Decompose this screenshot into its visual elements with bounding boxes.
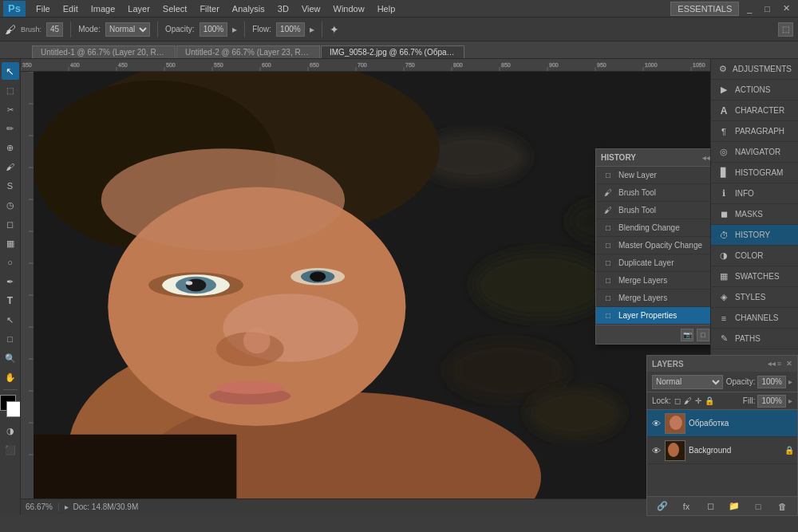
layer-eye-obrabotka[interactable]: 👁 <box>650 418 662 429</box>
panel-channels[interactable]: ≡ CHANNELS <box>711 308 798 329</box>
opacity-value[interactable]: 100% <box>200 22 228 37</box>
layers-opacity-value[interactable]: 100% <box>757 376 786 388</box>
workspace-switcher[interactable]: ESSENTIALS <box>670 2 739 16</box>
history-new-snapshot-btn[interactable]: 📷 <box>681 329 693 341</box>
history-item-opacity[interactable]: □ Master Opacity Change <box>596 237 710 254</box>
maximize-btn[interactable]: □ <box>760 2 775 15</box>
pen-tool[interactable]: ✒ <box>2 273 19 290</box>
color-swatches[interactable] <box>0 395 21 417</box>
eyedropper-tool[interactable]: ✏ <box>2 120 19 137</box>
tablet-pressure-btn[interactable]: ⬚ <box>778 22 793 37</box>
panel-masks[interactable]: ◼ MASKS <box>711 204 798 225</box>
new-group-btn[interactable]: 📁 <box>728 500 741 513</box>
blend-mode-select[interactable]: Normal Multiply Screen <box>105 22 150 37</box>
minimize-btn[interactable]: _ <box>742 2 757 15</box>
lock-all-btn[interactable]: 🔒 <box>705 396 714 405</box>
zoom-tool[interactable]: 🔍 <box>2 349 19 367</box>
menu-select[interactable]: Select <box>157 2 193 15</box>
new-layer-btn[interactable]: □ <box>752 500 764 513</box>
layer-row-background[interactable]: 👁 Background 🔒 <box>647 437 797 464</box>
background-color[interactable] <box>6 401 21 417</box>
gradient-tool[interactable]: ▦ <box>2 234 19 252</box>
lock-transparent-btn[interactable]: ◻ <box>674 396 681 405</box>
menu-window[interactable]: Window <box>328 2 370 15</box>
history-item-label: New Layer <box>618 171 657 179</box>
move-tool[interactable]: ↖ <box>2 62 19 80</box>
layers-lock-label: Lock: <box>652 396 671 405</box>
link-layers-btn[interactable]: 🔗 <box>656 500 669 513</box>
panel-histogram[interactable]: ▊ HISTOGRAM <box>711 163 798 183</box>
layers-menu-icon[interactable]: ≡ <box>777 360 781 368</box>
layers-collapse-icon[interactable]: ◂◂ <box>768 360 776 368</box>
tab-untitled2[interactable]: Untitled-2 @ 66.7% (Layer 23, RGB/8) ✕ <box>176 45 320 58</box>
history-item-duplicate[interactable]: □ Duplicate Layer <box>596 254 710 272</box>
type-tool[interactable]: T <box>2 292 19 309</box>
history-brush-tool[interactable]: ◷ <box>2 196 19 214</box>
dodge-tool[interactable]: ○ <box>2 254 19 271</box>
panel-color[interactable]: ◑ COLOR <box>711 246 798 266</box>
history-item-merge1[interactable]: □ Merge Layers <box>596 272 710 290</box>
airbrush-icon[interactable]: ✦ <box>330 23 339 36</box>
menu-image[interactable]: Image <box>85 2 121 15</box>
panel-styles[interactable]: ◈ STYLES <box>711 287 798 308</box>
panel-history[interactable]: ⏱ HISTORY <box>711 225 798 246</box>
menu-edit[interactable]: Edit <box>57 2 84 15</box>
brush-tool-icon: 🖌 <box>5 23 16 36</box>
menu-filter[interactable]: Filter <box>194 2 224 15</box>
lasso-tool[interactable]: ⬚ <box>2 81 19 99</box>
mode-label: Mode: <box>78 25 101 33</box>
path-select-tool[interactable]: ↖ <box>2 311 19 329</box>
eraser-tool[interactable]: ◻ <box>2 215 19 233</box>
hand-tool[interactable]: ✋ <box>2 368 19 386</box>
panel-paths[interactable]: ✎ PATHS <box>711 329 798 349</box>
shape-tool[interactable]: □ <box>2 330 19 348</box>
flow-value[interactable]: 100% <box>276 22 305 37</box>
heal-tool[interactable]: ⊕ <box>2 139 19 156</box>
menu-help[interactable]: Help <box>372 2 401 15</box>
history-item-new-layer[interactable]: □ New Layer <box>596 167 710 184</box>
screen-mode-btn[interactable]: ⬛ <box>2 441 19 459</box>
history-new-document-btn[interactable]: □ <box>697 329 709 341</box>
panel-paragraph[interactable]: ¶ PARAGRAPH <box>711 121 798 142</box>
svg-text:900: 900 <box>549 62 559 68</box>
lock-paint-btn[interactable]: 🖌 <box>684 396 692 405</box>
layers-blend-select[interactable]: Normal Multiply Screen <box>652 375 723 389</box>
lock-position-btn[interactable]: ✛ <box>695 396 701 405</box>
history-item-blending[interactable]: □ Blending Change <box>596 219 710 237</box>
brush-size-display[interactable]: 45 <box>46 22 63 37</box>
crop-tool[interactable]: ✂ <box>2 100 19 118</box>
menu-view[interactable]: View <box>296 2 326 15</box>
brush-tool[interactable]: 🖌 <box>2 158 19 175</box>
panel-info[interactable]: ℹ INFO <box>711 183 798 204</box>
history-item-layer-props[interactable]: □ Layer Properties ▸ <box>596 307 710 325</box>
close-btn[interactable]: ✕ <box>778 2 795 15</box>
panel-character[interactable]: A CHARACTER <box>711 100 798 121</box>
quick-mask-btn[interactable]: ◑ <box>2 422 19 439</box>
layer-row-obrabotka[interactable]: 👁 Обработка <box>647 410 797 437</box>
clone-tool[interactable]: S <box>2 177 19 195</box>
history-item-merge2[interactable]: □ Merge Layers <box>596 290 710 307</box>
panel-navigator[interactable]: ◎ NAVIGATOR <box>711 142 798 163</box>
panel-adjustments[interactable]: ⚙ ADJUSTMENTS <box>711 59 798 80</box>
history-collapse-icon[interactable]: ◂◂ <box>702 154 710 162</box>
history-item-brush1-label: Brush Tool <box>618 188 656 197</box>
layers-lock-row: Lock: ◻ 🖌 ✛ 🔒 Fill: 100% ▸ <box>647 392 797 410</box>
layer-eye-background[interactable]: 👁 <box>650 445 662 456</box>
tab-untitled1[interactable]: Untitled-1 @ 66.7% (Layer 20, RGB/8) ✕ <box>32 45 176 58</box>
menu-layer[interactable]: Layer <box>122 2 156 15</box>
menu-analysis[interactable]: Analysis <box>227 2 271 15</box>
panel-swatches[interactable]: ▦ SWATCHES <box>711 266 798 287</box>
layers-window-icon[interactable]: ✕ <box>786 360 792 368</box>
delete-layer-btn[interactable]: 🗑 <box>776 500 788 513</box>
svg-text:500: 500 <box>166 62 176 68</box>
menu-file[interactable]: File <box>30 2 56 15</box>
panel-actions[interactable]: ▶ ACTIONS <box>711 80 798 100</box>
tab-img9058[interactable]: IMG_9058-2.jpg @ 66.7% (Обработка, RGB/8… <box>321 45 464 58</box>
history-item-brush2[interactable]: 🖌 Brush Tool <box>596 202 710 219</box>
layers-fill-value[interactable]: 100% <box>757 395 786 408</box>
ruler-left <box>21 72 34 499</box>
menu-3d[interactable]: 3D <box>272 2 294 15</box>
add-mask-btn[interactable]: ◻ <box>704 500 717 513</box>
add-style-btn[interactable]: fx <box>680 500 693 513</box>
history-item-brush1[interactable]: 🖌 Brush Tool <box>596 184 710 202</box>
